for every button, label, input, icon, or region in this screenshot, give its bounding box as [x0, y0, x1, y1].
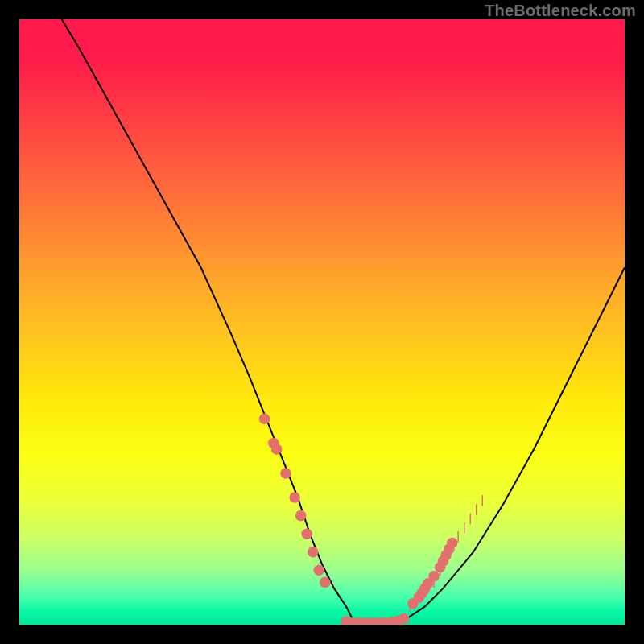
marker-dot	[259, 414, 270, 425]
curve-path	[62, 19, 625, 625]
marker-dot	[271, 444, 283, 455]
marker-dot	[301, 528, 312, 539]
marker-dot	[398, 613, 410, 625]
marker-dot	[289, 492, 300, 503]
marker-dot	[280, 468, 291, 479]
watermark-text: TheBottleneck.com	[485, 2, 636, 20]
chart-container: TheBottleneck.com	[0, 0, 644, 644]
marker-dot	[295, 510, 307, 522]
marker-dot	[313, 565, 324, 576]
plot-area	[19, 19, 625, 625]
marker-dot	[320, 577, 331, 588]
marker-dot	[308, 547, 319, 558]
chart-svg	[19, 19, 625, 625]
